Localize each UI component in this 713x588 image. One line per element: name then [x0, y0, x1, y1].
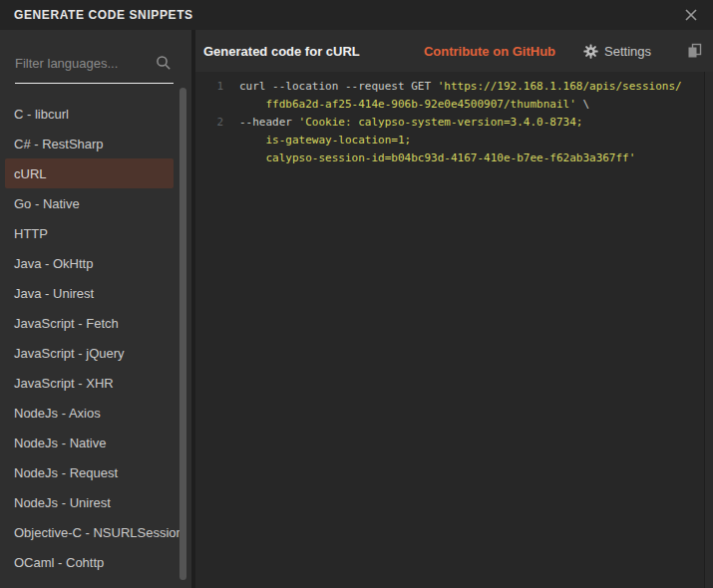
code-line: 1 curl --location --request GET 'https:/…	[195, 78, 713, 96]
code-line: 2 --header 'Cookie: calypso-system-versi…	[195, 114, 713, 132]
language-item-label: Java - Unirest	[14, 286, 94, 301]
language-item[interactable]: JavaScript - XHR	[5, 368, 174, 398]
dialog-title: GENERATE CODE SNIPPETS	[14, 8, 193, 22]
code-lines: 1 curl --location --request GET 'https:/…	[195, 78, 713, 167]
language-item[interactable]: NodeJs - Unirest	[5, 487, 174, 517]
language-item[interactable]: Java - OkHttp	[5, 248, 174, 278]
code-panel: Generated code for cURL Contribute on Gi…	[195, 30, 713, 588]
search-icon	[156, 55, 172, 71]
settings-label: Settings	[604, 44, 651, 59]
language-item-label: C# - RestSharp	[14, 137, 104, 151]
filter-languages-input[interactable]	[15, 56, 145, 71]
copy-button[interactable]	[687, 43, 702, 59]
language-item-label: NodeJs - Unirest	[14, 495, 111, 510]
line-number	[195, 96, 223, 114]
line-number	[195, 132, 223, 149]
code-line: calypso-session-id=b04bc93d-4167-410e-b7…	[195, 149, 713, 167]
language-item-label: NodeJs - Axios	[14, 406, 101, 421]
language-item[interactable]: NodeJs - Request	[5, 457, 174, 487]
settings-button[interactable]: Settings	[583, 44, 651, 59]
language-item[interactable]: JavaScript - jQuery	[5, 338, 174, 368]
language-item-label: JavaScript - jQuery	[14, 346, 125, 361]
language-item[interactable]: cURL	[5, 158, 174, 188]
language-item[interactable]: HTTP	[5, 218, 174, 248]
line-content: --header 'Cookie: calypso-system-version…	[223, 114, 582, 132]
generate-code-snippets-dialog: GENERATE CODE SNIPPETS	[0, 0, 713, 588]
generated-code-view: 1 curl --location --request GET 'https:/…	[195, 72, 713, 588]
language-item[interactable]: Objective-C - NSURLSession	[5, 517, 174, 547]
code-scrollbar-track[interactable]	[704, 72, 713, 588]
language-item[interactable]: NodeJs - Native	[5, 428, 174, 457]
line-number: 1	[195, 78, 223, 96]
language-item-label: Objective-C - NSURLSession	[14, 525, 183, 540]
language-item-label: Go - Native	[14, 196, 80, 211]
language-item-label: NodeJs - Request	[14, 465, 118, 480]
language-item-label: C - libcurl	[14, 107, 69, 122]
line-content: ffdb6a2d-af25-414e-906b-92e0e4500907/thu…	[223, 96, 589, 114]
copy-icon	[687, 43, 702, 59]
language-item[interactable]: C# - RestSharp	[5, 129, 174, 158]
code-panel-toolbar: Generated code for cURL Contribute on Gi…	[195, 30, 713, 72]
dialog-titlebar: GENERATE CODE SNIPPETS	[0, 0, 713, 30]
language-item-label: HTTP	[14, 226, 48, 241]
language-item-label: NodeJs - Native	[14, 436, 106, 450]
language-item-label: JavaScript - XHR	[14, 376, 114, 391]
line-content: calypso-session-id=b04bc93d-4167-410e-b7…	[223, 149, 635, 167]
code-line: is-gateway-location=1;	[195, 132, 713, 149]
language-item-label: cURL	[14, 166, 47, 181]
language-item[interactable]: JavaScript - Fetch	[5, 308, 174, 338]
code-line: ffdb6a2d-af25-414e-906b-92e0e4500907/thu…	[195, 96, 713, 114]
line-content: curl --location --request GET 'https://1…	[223, 78, 682, 96]
language-item[interactable]: Java - Unirest	[5, 278, 174, 308]
close-button[interactable]	[681, 5, 701, 25]
sidebar-scrollbar-thumb[interactable]	[179, 88, 186, 580]
language-list: C - libcurl C# - RestSharp cURL Go - Nat…	[0, 99, 191, 588]
contribute-on-github-link[interactable]: Contribute on GitHub	[424, 44, 555, 59]
language-item[interactable]: C - libcurl	[5, 99, 174, 129]
language-item-label: JavaScript - Fetch	[14, 316, 119, 331]
language-item-label: Java - OkHttp	[14, 256, 93, 271]
language-item[interactable]: Go - Native	[5, 188, 174, 218]
line-content: is-gateway-location=1;	[223, 132, 411, 149]
language-item[interactable]: PHP - cURL	[5, 577, 174, 588]
language-item-label: PHP - cURL	[14, 585, 85, 588]
language-item[interactable]: NodeJs - Axios	[5, 398, 174, 428]
filter-languages-field	[15, 44, 174, 84]
gear-icon	[583, 44, 598, 59]
line-number	[195, 149, 223, 167]
generated-code-heading: Generated code for cURL	[203, 44, 360, 59]
line-number: 2	[195, 114, 223, 132]
close-icon	[684, 8, 698, 22]
language-item-label: OCaml - Cohttp	[14, 555, 104, 570]
language-item[interactable]: OCaml - Cohttp	[5, 547, 174, 577]
language-sidebar: C - libcurl C# - RestSharp cURL Go - Nat…	[0, 30, 195, 588]
